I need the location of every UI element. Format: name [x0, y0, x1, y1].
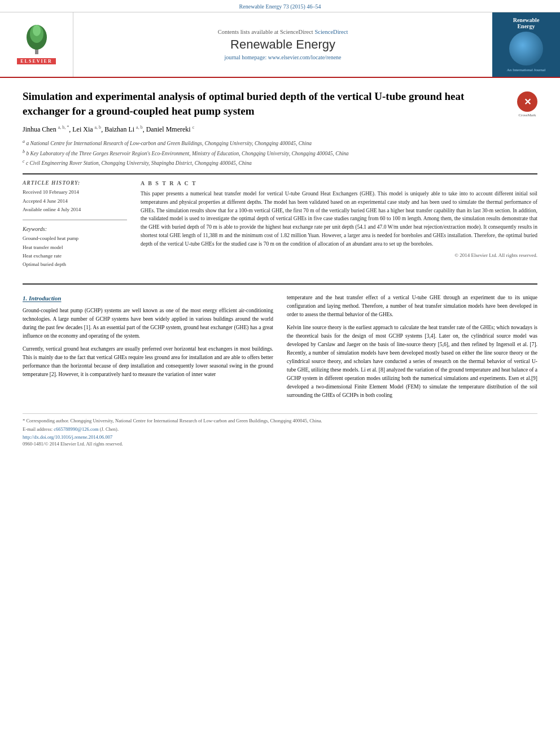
affil-super-d: c	[193, 125, 195, 130]
received-date: Received 10 February 2014	[23, 188, 127, 196]
doi-line[interactable]: http://dx.doi.org/10.1016/j.renene.2014.…	[23, 434, 537, 440]
journal-header: Renewable Energy 73 (2015) 46–54 ELSEVIE…	[0, 0, 560, 78]
elsevier-wordmark: ELSEVIER	[17, 58, 55, 64]
keywords-section: Keywords: Ground-coupled heat pump Heat …	[23, 226, 127, 269]
journal-right-logo: RenewableEnergy An International Journal	[492, 12, 560, 77]
body-col-right: temperature and the heat transfer effect…	[287, 294, 537, 404]
crossmark-x-icon: ✕	[524, 97, 531, 107]
elsevier-tree-icon	[20, 25, 54, 56]
re-logo-title: RenewableEnergy	[497, 17, 555, 29]
affiliations: a a National Centre for International Re…	[23, 138, 537, 168]
keyword-2: Heat transfer model	[23, 243, 127, 252]
authors-line: Jinhua Chen a, b, *, Lei Xia a, b, Baizh…	[23, 125, 537, 134]
available-date: Available online 4 July 2014	[23, 206, 127, 214]
re-logo-earth-icon	[509, 32, 543, 65]
article-info-col: Article history: Received 10 February 20…	[23, 180, 127, 274]
section1-para2: Currently, vertical ground heat exchange…	[23, 345, 273, 379]
re-logo-sub: An International Journal	[497, 68, 555, 72]
divider-body	[23, 283, 537, 285]
body-col-left: 1. Introduction Ground-coupled heat pump…	[23, 294, 273, 404]
header-center: Contents lists available at ScienceDirec…	[73, 12, 492, 77]
journal-ref: Renewable Energy 73 (2015) 46–54	[0, 3, 560, 10]
corresponding-note: * Corresponding author. Chongqing Univer…	[23, 417, 537, 425]
affil-c: c c Civil Engineering Rover Station, Cho…	[23, 158, 537, 168]
crossmark-label: CrossMark	[517, 113, 537, 117]
svg-point-3	[33, 25, 41, 36]
affil-super-b: a, b	[95, 125, 102, 130]
email-address[interactable]: c665788990@126.com	[54, 426, 98, 432]
crossmark-circle: ✕	[517, 91, 537, 112]
re-logo-box: RenewableEnergy An International Journal	[497, 17, 555, 72]
abstract-text: This paper presents a numerical heat tra…	[141, 190, 537, 248]
keyword-1: Ground-coupled heat pump	[23, 234, 127, 243]
email-line: E-mail address: c665788990@126.com (J. C…	[23, 426, 537, 433]
article-title-section: Simulation and experimental analysis of …	[23, 89, 537, 118]
elsevier-logo: ELSEVIER	[0, 12, 73, 77]
journal-title: Renewable Energy	[230, 37, 335, 52]
divider-top	[23, 173, 537, 174]
abstract-col: A B S T R A C T This paper presents a nu…	[141, 180, 537, 274]
affil-a: a a National Centre for International Re…	[23, 138, 537, 148]
crossmark-badge: ✕ CrossMark	[517, 91, 537, 117]
keywords-title: Keywords:	[23, 226, 127, 232]
affil-super-c: a, b	[136, 125, 143, 130]
article-footer: * Corresponding author. Chongqing Univer…	[23, 413, 537, 447]
page: Renewable Energy 73 (2015) 46–54 ELSEVIE…	[0, 0, 560, 458]
article-title: Simulation and experimental analysis of …	[23, 89, 508, 118]
keyword-4: Optimal buried depth	[23, 260, 127, 269]
section1-para4: Kelvin line source theory is the earlies…	[287, 324, 537, 400]
affil-b: b b Key Laboratory of the Three Gorges R…	[23, 148, 537, 158]
homepage-url[interactable]: www.elsevier.com/locate/renene	[268, 54, 342, 60]
article-history-section: Article history: Received 10 February 20…	[23, 180, 127, 214]
article-body: Article history: Received 10 February 20…	[23, 180, 537, 274]
abstract-title: A B S T R A C T	[141, 180, 537, 186]
keyword-3: Heat exchange rate	[23, 252, 127, 260]
body-columns: 1. Introduction Ground-coupled heat pump…	[23, 294, 537, 404]
journal-homepage: journal homepage: www.elsevier.com/locat…	[224, 54, 341, 60]
header-inner: ELSEVIER Contents lists available at Sci…	[0, 12, 560, 77]
section1-para3: temperature and the heat transfer effect…	[287, 294, 537, 319]
article-content: Simulation and experimental analysis of …	[0, 78, 560, 458]
section1-para1: Ground-coupled heat pump (GCHP) systems …	[23, 307, 273, 340]
divider-info-mid	[23, 220, 127, 220]
history-title: Article history:	[23, 180, 127, 186]
section1-heading: 1. Introduction	[23, 294, 273, 303]
issn-line: 0960-1481/© 2014 Elsevier Ltd. All right…	[23, 441, 537, 447]
accepted-date: Accepted 4 June 2014	[23, 197, 127, 206]
copyright-line: © 2014 Elsevier Ltd. All rights reserved…	[141, 252, 537, 258]
sciencedirect-line: Contents lists available at ScienceDirec…	[218, 29, 348, 35]
sciencedirect-link[interactable]: ScienceDirect	[314, 29, 348, 35]
affil-super-a: a, b, *	[58, 125, 69, 130]
